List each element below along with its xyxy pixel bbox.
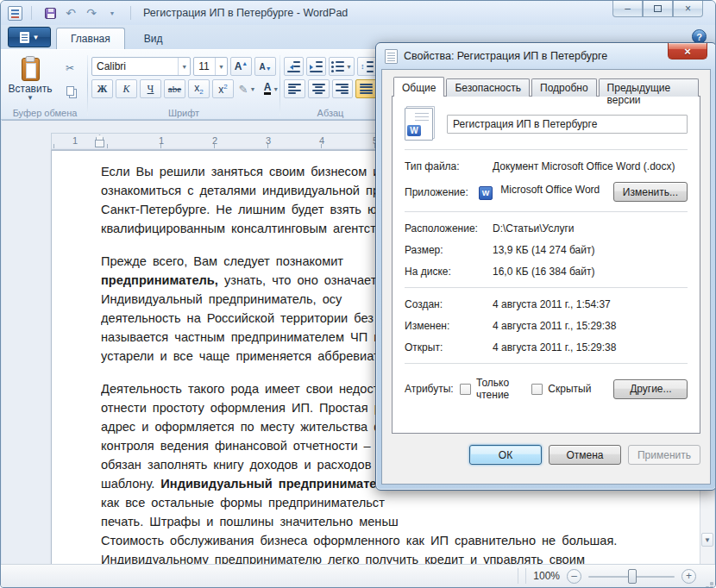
tab-previous-versions[interactable]: Предыдущие версии [599,78,699,97]
chevron-down-icon: ▼ [346,64,352,70]
decrease-indent-button[interactable] [284,57,304,76]
titlebar: ↶ ↷ ▼ Регистрация ИП в Петербурге - Word… [1,1,715,25]
copy-button[interactable] [60,81,80,100]
application-menu-button[interactable]: ▼ [8,27,51,47]
decrease-indent-icon [287,61,300,72]
file-type-value: Документ Microsoft Office Word (.docx) [479,160,688,172]
indent-marker[interactable] [95,134,103,147]
list-button[interactable]: ▼ [329,57,355,76]
tab-security[interactable]: Безопасность [446,78,530,97]
ruler-number: 1 [159,135,164,146]
clipboard-group: Вставить ▼ ✂ Буфер обмена [3,52,87,119]
ruler-number: 2 [212,135,217,146]
font-size-combo[interactable]: 11 ▼ [193,57,228,76]
word-document-icon [405,108,433,141]
shrink-font-icon: A▼ [259,62,271,72]
separator [525,568,526,584]
font-color-button[interactable]: A▼ [261,79,282,98]
cancel-button[interactable]: Отмена [549,445,621,465]
chevron-down-icon: ▼ [249,86,255,92]
justify-button[interactable] [355,79,377,98]
highlight-pen-icon: ✎ [239,83,248,96]
save-button[interactable] [41,4,60,22]
tab-view[interactable]: Вид [130,28,177,49]
dialog-tabs: Общие Безопасность Подробно Предыдущие в… [392,78,700,97]
hidden-checkbox[interactable] [531,384,543,395]
size-on-disk-value: 16,0 КБ (16 384 байт) [479,266,688,278]
strikethrough-button[interactable]: abe [164,79,185,98]
zoom-slider[interactable] [588,569,675,584]
dialog-tab-page: Тип файла: Документ Microsoft Office Wor… [392,96,700,434]
separator [518,568,518,584]
font-family-combo[interactable]: Calibri ▼ [91,57,191,76]
grow-font-button[interactable]: A▲ [230,57,252,76]
redo-button[interactable]: ↷ [82,4,101,22]
undo-button[interactable]: ↶ [61,4,80,22]
filename-input[interactable] [447,115,688,134]
restore-button[interactable] [643,1,673,17]
dialog-titlebar: Свойства: Регистрация ИП в Петербурге [376,43,716,69]
chevron-down-icon: ▼ [178,58,190,75]
highlight-color-button[interactable]: ✎▼ [236,79,258,98]
modified-label: Изменен: [405,320,479,332]
underline-button[interactable]: Ч [140,79,161,98]
file-type-label: Тип файла: [405,160,479,172]
align-right-icon [336,84,349,95]
zoom-in-button[interactable]: + [681,569,696,584]
tab-details[interactable]: Подробно [531,78,597,97]
created-label: Создан: [405,298,479,310]
separator [130,6,131,20]
apply-button[interactable]: Применить [628,445,700,465]
scroll-down-button[interactable]: ▼ [701,533,713,547]
zoom-percent: 100% [533,570,560,582]
window-controls: – × [612,1,703,17]
accessed-label: Открыт: [405,341,479,353]
dialog-close-button[interactable]: × [668,43,707,59]
wordpad-app-icon[interactable] [8,6,22,21]
quick-access-toolbar: ↶ ↷ ▼ [41,4,122,22]
application-value: Microsoft Office Word [500,184,600,196]
other-attributes-button[interactable]: Другие... [613,379,688,399]
paragraph-group: ▼ ↕ Абзац [280,52,380,119]
align-center-icon [312,84,325,95]
readonly-label: Только чтение [476,377,509,401]
align-right-button[interactable] [332,79,354,98]
shrink-font-button[interactable]: A▼ [254,57,276,76]
resize-grip[interactable] [710,582,713,585]
align-center-button[interactable] [308,79,330,98]
font-group-label: Шрифт [88,108,279,118]
dialog-title: Свойства: Регистрация ИП в Петербурге [404,50,607,62]
cut-button[interactable]: ✂ [60,59,80,78]
minimize-button[interactable]: – [612,1,643,17]
customize-qat-button[interactable]: ▼ [103,4,122,22]
superscript-button[interactable]: x2 [212,79,234,98]
paste-button[interactable]: Вставить ▼ [6,55,54,105]
created-value: 4 августа 2011 г., 1:54:37 [479,298,688,310]
tab-home[interactable]: Главная [56,28,125,49]
restore-icon [654,5,662,12]
italic-button[interactable]: К [116,79,137,98]
copy-icon [66,86,74,96]
close-button[interactable]: × [673,1,703,17]
tab-general[interactable]: Общие [393,77,444,97]
size-label: Размер: [405,244,479,256]
align-left-icon [288,84,301,95]
change-app-button[interactable]: Изменить... [613,182,688,202]
font-group: Calibri ▼ 11 ▼ A▲ A▼ Ж К Ч abe x2 x2 ✎▼ … [88,52,279,119]
subscript-button[interactable]: x2 [188,79,210,98]
zoom-slider-thumb[interactable] [628,569,637,584]
properties-icon [385,49,398,64]
chevron-down-icon: ▼ [215,58,227,75]
ok-button[interactable]: ОК [469,445,542,465]
increase-indent-button[interactable] [306,57,326,76]
readonly-checkbox[interactable] [460,384,471,395]
font-family-value: Calibri [92,60,178,72]
align-left-button[interactable] [284,79,305,98]
font-color-icon: A [264,83,272,95]
line-spacing-icon: ↕ [361,61,374,72]
line-spacing-button[interactable]: ↕ [357,57,377,76]
bold-button[interactable]: Ж [91,79,113,98]
dialog-body: Общие Безопасность Подробно Предыдущие в… [381,69,711,485]
zoom-out-button[interactable]: – [567,569,581,584]
chevron-down-icon: ▼ [27,97,34,100]
